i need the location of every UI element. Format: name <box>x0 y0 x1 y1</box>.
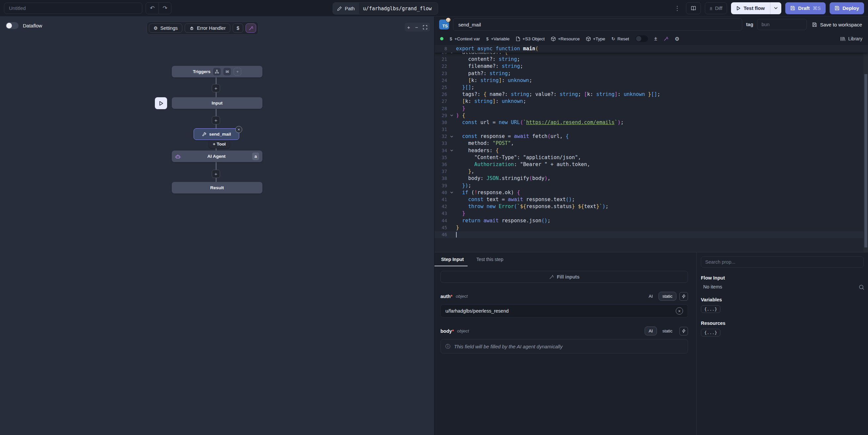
test-flow-dropdown[interactable] <box>770 2 781 14</box>
docs-button[interactable] <box>686 2 701 14</box>
code-line: 24 [k: string]: unknown; <box>434 77 868 84</box>
code-line: 38 body: JSON.stringify(body), <box>434 175 868 182</box>
body-ai-note-text: This field will be filled by the AI agen… <box>454 344 563 349</box>
undo-button[interactable]: ↶ <box>146 3 158 14</box>
plus-icon: + <box>236 69 239 74</box>
node-ai-agent[interactable]: AI Agent a <box>172 151 262 162</box>
test-flow-label: Test flow <box>744 5 765 11</box>
code-line: 43 } <box>434 210 868 217</box>
body-mode-ai[interactable]: AI <box>645 327 656 335</box>
body-mode-static[interactable]: static <box>658 327 676 335</box>
tab-step-input[interactable]: Step Input <box>441 252 464 266</box>
add-context-var-button[interactable]: $ +Context var <box>450 36 480 41</box>
code-text: body: JSON.stringify(body), <box>456 175 551 182</box>
settings-button[interactable]: ⚙ Settings <box>149 24 182 33</box>
variables-section: Variables {...} <box>701 297 864 313</box>
fold-chevron-icon[interactable] <box>447 135 456 138</box>
diff-mini-button[interactable]: ± <box>654 36 657 42</box>
editor-toggle[interactable] <box>636 35 648 42</box>
test-flow-button[interactable]: Test flow <box>731 2 770 14</box>
auth-value-input[interactable]: u/farhadglbs/peerless_resend × <box>440 304 688 317</box>
draft-button[interactable]: Draft ⌘S <box>785 2 826 14</box>
field-body-type: object <box>457 329 469 334</box>
add-type-button[interactable]: +Type <box>586 36 605 41</box>
auth-mode-static[interactable]: static <box>658 292 676 301</box>
cache-dollar-button[interactable]: $ <box>232 24 243 33</box>
node-result[interactable]: Result <box>172 182 262 193</box>
fold-chevron-icon[interactable] <box>447 149 456 152</box>
insert-step-button-2[interactable]: + <box>212 116 220 124</box>
code-text: }, <box>456 168 474 175</box>
step-editor-header: TS tag Save to workspace <box>434 17 868 32</box>
insert-step-button-3[interactable]: + <box>212 170 220 178</box>
deploy-button[interactable]: Deploy <box>830 2 864 14</box>
play-icon <box>159 101 163 106</box>
fill-inputs-button[interactable]: Fill inputs <box>440 271 688 283</box>
variables-heading: Variables <box>701 297 864 302</box>
zoom-out-button[interactable]: − <box>415 25 418 30</box>
code-lines: 20 attachments?: {21 content?: string;22… <box>434 49 868 238</box>
code-editor[interactable]: 20 attachments?: {21 content?: string;22… <box>434 45 868 252</box>
step-name-input[interactable] <box>453 18 742 31</box>
flow-canvas[interactable]: Dataflow ⚙ Settings Error Handler $ + − <box>0 17 434 435</box>
redo-button[interactable]: ↷ <box>158 3 171 14</box>
draft-shortcut: ⌘S <box>813 6 821 11</box>
body-expression-button[interactable] <box>679 327 688 335</box>
search-prop-input[interactable] <box>701 256 864 268</box>
agent-id-badge[interactable]: a <box>252 153 259 160</box>
ai-assistant-button[interactable] <box>663 36 669 41</box>
resources-section: Resources {...} <box>701 320 864 336</box>
required-asterisk: * <box>451 294 453 299</box>
reset-button[interactable]: ↻ Reset <box>612 36 629 41</box>
auth-clear-button[interactable]: × <box>676 307 683 315</box>
tab-test-this-step[interactable]: Test this step <box>476 252 503 266</box>
editor-scrollbar-thumb[interactable] <box>864 74 867 247</box>
library-button[interactable]: Library <box>840 36 862 41</box>
field-auth: auth* object AI static u/farhad <box>440 292 688 317</box>
auth-expression-button[interactable] <box>679 292 688 301</box>
resources-object-pill[interactable]: {...} <box>701 329 720 336</box>
add-tool-button[interactable]: + Tool <box>209 140 230 148</box>
tag-input[interactable] <box>757 19 807 30</box>
node-send-mail[interactable]: send_mail <box>194 128 239 140</box>
gear-icon: ⚙ <box>154 26 158 31</box>
diff-button[interactable]: ± Diff <box>705 2 727 14</box>
search-icon[interactable] <box>859 284 865 291</box>
dataflow-toggle[interactable] <box>6 22 19 29</box>
line-number: 41 <box>434 196 447 203</box>
path-chip[interactable]: Path u/farhadglbs/grand_flow <box>333 2 438 14</box>
email-trigger-button[interactable]: ✉ <box>223 68 231 75</box>
add-variable-button[interactable]: $ +Variable <box>486 36 509 41</box>
code-text <box>456 231 457 238</box>
error-handler-button[interactable]: Error Handler <box>185 24 230 33</box>
remove-tool-button[interactable]: × <box>235 126 242 133</box>
zoom-in-button[interactable]: + <box>407 25 410 30</box>
routes-trigger-button[interactable] <box>213 68 221 75</box>
step-input-section: Step Input Test this step Fill inputs au… <box>434 252 696 435</box>
save-to-workspace-button[interactable]: Save to workspace <box>811 22 863 27</box>
auth-mode-ai[interactable]: AI <box>645 292 656 301</box>
code-line: 29) { <box>434 112 868 119</box>
fold-chevron-icon[interactable] <box>447 191 456 194</box>
code-line: 35 "Content-Type": "application/json", <box>434 154 868 161</box>
editor-settings-button[interactable]: ⚙ <box>675 36 679 42</box>
insert-step-button-1[interactable]: + <box>212 84 220 92</box>
variables-object-pill[interactable]: {...} <box>701 305 720 313</box>
node-triggers[interactable]: Triggers ✉ + <box>172 66 262 77</box>
line-number: 43 <box>434 210 447 217</box>
plus-icon: + <box>214 85 217 91</box>
ai-wand-button[interactable] <box>246 24 256 33</box>
line-number: 29 <box>434 112 447 119</box>
file-icon <box>516 36 520 41</box>
flow-summary-input[interactable] <box>4 3 142 14</box>
field-auth-type: object <box>456 294 468 299</box>
add-tool-label: + Tool <box>213 142 226 147</box>
fold-chevron-icon[interactable] <box>447 114 456 117</box>
add-trigger-button[interactable]: + <box>234 68 241 75</box>
node-input[interactable]: Input <box>172 97 262 109</box>
add-s3-object-button[interactable]: +S3 Object <box>516 36 545 41</box>
fit-view-icon[interactable] <box>423 25 427 29</box>
add-resource-button[interactable]: +Resource <box>551 36 580 41</box>
run-input-button[interactable] <box>155 97 167 109</box>
more-menu-button[interactable]: ⋮ <box>672 5 682 12</box>
